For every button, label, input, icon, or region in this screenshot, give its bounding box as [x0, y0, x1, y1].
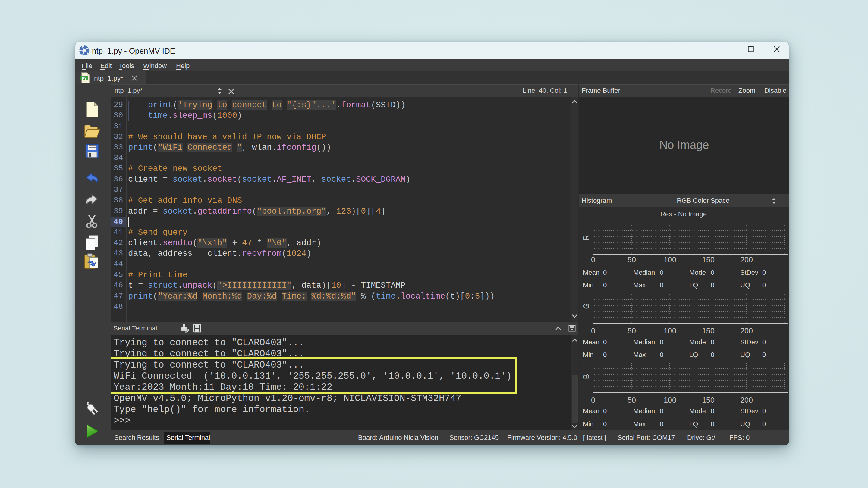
svg-text:PY: PY [82, 76, 87, 80]
